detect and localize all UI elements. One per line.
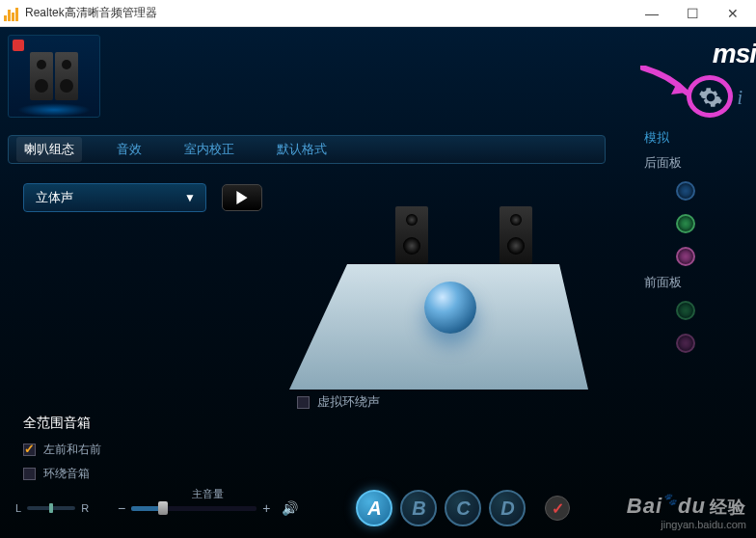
surround-label: 环绕音箱 bbox=[43, 466, 90, 482]
speaker-config-dropdown[interactable]: 立体声 ▼ bbox=[23, 183, 206, 212]
preset-d-button[interactable]: D bbox=[489, 490, 526, 526]
chevron-down-icon: ▼ bbox=[184, 191, 196, 204]
dropdown-value: 立体声 bbox=[36, 189, 73, 206]
tab-effects[interactable]: 音效 bbox=[109, 137, 149, 162]
rear-jacks bbox=[644, 181, 746, 266]
confirm-button[interactable] bbox=[545, 496, 570, 521]
speaker-icon bbox=[30, 52, 53, 100]
tab-default-format[interactable]: 默认格式 bbox=[269, 137, 335, 162]
stage-speaker-right[interactable] bbox=[500, 206, 532, 264]
jack-rear-green[interactable] bbox=[676, 214, 695, 233]
jack-front-pink[interactable] bbox=[676, 334, 695, 353]
balance-left-label: L bbox=[15, 502, 21, 514]
preset-a-button[interactable]: A bbox=[356, 490, 392, 526]
jack-front-green[interactable] bbox=[676, 301, 695, 320]
app-icon bbox=[4, 6, 19, 21]
rear-panel-label: 后面板 bbox=[644, 154, 746, 172]
side-panel: msi i 模拟 后面板 前面板 bbox=[640, 27, 756, 538]
sound-icon[interactable]: 🔊 bbox=[282, 500, 298, 516]
play-button[interactable] bbox=[222, 184, 262, 211]
maximize-button[interactable]: ☐ bbox=[673, 2, 712, 25]
speaker-icon bbox=[55, 52, 78, 100]
annotation-arrow bbox=[640, 66, 698, 104]
master-volume: 主音量 − + 🔊 bbox=[118, 500, 298, 516]
stage-speaker-left[interactable] bbox=[395, 206, 428, 264]
front-pair-label: 左前和右前 bbox=[43, 442, 101, 458]
tab-bar: 喇叭组态 音效 室内校正 默认格式 bbox=[8, 135, 606, 164]
minimize-button[interactable]: — bbox=[633, 2, 671, 25]
volume-slider[interactable] bbox=[131, 506, 256, 511]
volume-plus[interactable]: + bbox=[262, 500, 270, 516]
balance-control: L R bbox=[15, 502, 89, 514]
tab-room-correction[interactable]: 室内校正 bbox=[176, 137, 242, 162]
preset-b-button[interactable]: B bbox=[400, 490, 437, 526]
msi-logo: msi bbox=[713, 39, 756, 69]
info-icon[interactable]: i bbox=[737, 87, 742, 109]
volume-label: 主音量 bbox=[192, 487, 224, 501]
front-pair-checkbox[interactable] bbox=[23, 444, 36, 456]
tab-speaker-config[interactable]: 喇叭组态 bbox=[16, 137, 82, 162]
front-jacks bbox=[644, 301, 746, 353]
preset-buttons: A B C D bbox=[356, 490, 526, 526]
virtual-surround-checkbox[interactable] bbox=[297, 396, 310, 409]
surround-checkbox[interactable] bbox=[23, 468, 36, 480]
title-bar: Realtek高清晰音频管理器 — ☐ ✕ bbox=[0, 0, 756, 27]
mode-label: 模拟 bbox=[644, 129, 746, 147]
volume-minus[interactable]: − bbox=[118, 500, 125, 516]
device-thumbnail[interactable] bbox=[8, 35, 100, 118]
window-title: Realtek高清晰音频管理器 bbox=[25, 5, 633, 21]
preset-c-button[interactable]: C bbox=[445, 490, 481, 526]
full-range-title: 全范围音箱 bbox=[23, 415, 625, 432]
virtual-surround-label: 虚拟环绕声 bbox=[317, 393, 380, 411]
svg-marker-0 bbox=[236, 191, 247, 204]
listener-orb[interactable] bbox=[424, 282, 476, 334]
bottom-bar: L R 主音量 − + 🔊 A B C D bbox=[15, 490, 625, 526]
balance-slider[interactable] bbox=[27, 506, 75, 510]
close-button[interactable]: ✕ bbox=[714, 2, 752, 25]
svg-marker-2 bbox=[671, 83, 687, 94]
app-body: 喇叭组态 音效 室内校正 默认格式 立体声 ▼ 全范围音箱 左前和右前 bbox=[0, 27, 756, 538]
main-area: 喇叭组态 音效 室内校正 默认格式 立体声 ▼ 全范围音箱 左前和右前 bbox=[0, 27, 640, 538]
jack-rear-pink[interactable] bbox=[676, 247, 695, 266]
jack-rear-blue[interactable] bbox=[676, 181, 695, 201]
front-panel-label: 前面板 bbox=[644, 274, 746, 291]
balance-right-label: R bbox=[81, 502, 89, 514]
settings-gear-icon[interactable] bbox=[698, 85, 723, 110]
speaker-stage bbox=[289, 206, 588, 390]
